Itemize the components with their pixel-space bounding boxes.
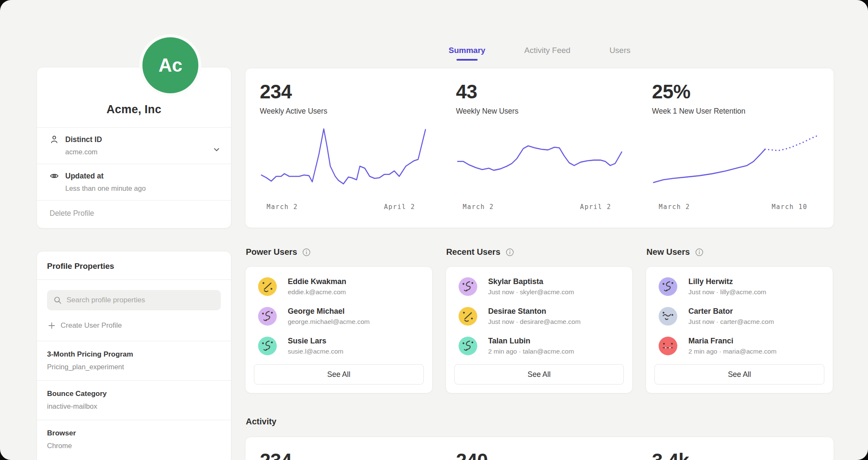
active-tab-underline xyxy=(456,59,478,61)
search-box xyxy=(47,290,221,310)
weekly-active-users-chart xyxy=(260,127,427,199)
new-users-card: Lilly Herwitz Just now · lilly@acme.com … xyxy=(645,266,833,393)
user-detail: Just now · skyler@acme.com xyxy=(488,288,574,296)
avatar xyxy=(258,337,277,355)
see-all-button[interactable]: See All xyxy=(654,364,824,385)
recent-users-title: Recent Users xyxy=(446,247,501,257)
user-name: Talan Lubin xyxy=(488,337,574,346)
user-lists-row: Power Users Eddie Kwakman eddie.k@acme.c… xyxy=(245,247,833,393)
list-item[interactable]: Eddie Kwakman eddie.k@acme.com xyxy=(254,272,424,301)
user-name: Susie Lars xyxy=(288,337,343,346)
user-detail: Just now · desirare@acme.com xyxy=(488,318,581,326)
see-all-button[interactable]: See All xyxy=(254,364,424,385)
list-item[interactable]: Skylar Baptista Just now · skyler@acme.c… xyxy=(454,272,624,301)
recent-users-section: Recent Users Skylar Baptista Just now · … xyxy=(445,247,633,393)
property-value: Pricing_plan_experiment xyxy=(47,363,221,371)
avatar xyxy=(659,337,677,355)
user-detail: 2 min ago · maria@acme.com xyxy=(688,348,776,355)
property-row: Bounce Category inactive-mailbox xyxy=(37,380,231,420)
activity-stat-value: 234 xyxy=(260,449,427,460)
user-detail: Just now · lilly@acme.com xyxy=(688,288,766,296)
eye-icon xyxy=(50,171,59,181)
list-item[interactable]: George Michael george.michael@acme.com xyxy=(254,301,424,331)
field-value: Less than one minute ago xyxy=(65,184,220,192)
stat-weekly-new-users: 43 Weekly New Users March 2 April 2 xyxy=(442,68,638,228)
activity-stat-value: 240 xyxy=(456,449,623,460)
list-item[interactable]: Desirae Stanton Just now · desirare@acme… xyxy=(454,301,624,331)
list-item[interactable]: Susie Lars susie.l@acme.com xyxy=(254,331,424,361)
x-tick-left: March 2 xyxy=(659,203,690,211)
distinct-id-row[interactable]: Distinct ID acme.com xyxy=(37,127,231,164)
x-tick-right: March 10 xyxy=(772,203,807,211)
see-all-button[interactable]: See All xyxy=(454,364,624,385)
field-label: Updated at xyxy=(65,172,103,181)
org-name: Acme, Inc xyxy=(37,67,231,127)
user-name: Skylar Baptista xyxy=(488,277,574,286)
user-detail: Just now · carter@acme.com xyxy=(688,318,774,326)
info-icon[interactable] xyxy=(302,248,311,256)
stat-value: 43 xyxy=(456,80,623,103)
stat-value: 25% xyxy=(652,80,819,103)
user-detail: george.michael@acme.com xyxy=(288,318,370,326)
new-users-section: New Users Lilly Herwitz Just now · lilly… xyxy=(645,247,833,393)
list-item[interactable]: Lilly Herwitz Just now · lilly@acme.com xyxy=(654,272,824,301)
user-name: George Michael xyxy=(288,307,370,316)
create-user-profile-button[interactable]: Create User Profile xyxy=(37,310,231,341)
user-name: Maria Franci xyxy=(688,337,776,346)
stat-label: Weekly Active Users xyxy=(260,107,427,116)
power-users-card: Eddie Kwakman eddie.k@acme.com George Mi… xyxy=(245,266,433,393)
info-icon[interactable] xyxy=(695,248,704,256)
summary-stats-card: 234 Weekly Active Users March 2 April 2 … xyxy=(245,68,834,228)
power-users-title: Power Users xyxy=(246,247,297,257)
plus-icon xyxy=(48,322,56,329)
create-user-profile-label: Create User Profile xyxy=(61,321,122,330)
user-name: Carter Bator xyxy=(688,307,774,316)
delete-profile-button[interactable]: Delete Profile xyxy=(37,200,231,228)
avatar xyxy=(459,307,477,326)
field-value: acme.com xyxy=(65,148,220,156)
updated-at-row: Updated at Less than one minute ago xyxy=(37,164,231,200)
stat-label: Week 1 New User Retention xyxy=(652,107,819,116)
avatar xyxy=(459,277,477,296)
tab-summary[interactable]: Summary xyxy=(449,46,486,61)
property-value: inactive-mailbox xyxy=(47,402,221,410)
user-name: Lilly Herwitz xyxy=(688,277,766,286)
profile-properties-title: Profile Properties xyxy=(37,251,231,279)
property-name: 3-Month Pricing Program xyxy=(47,350,221,359)
org-avatar: Ac xyxy=(142,37,198,93)
user-detail: 2 min ago · talan@acme.com xyxy=(488,348,574,355)
chevron-down-icon[interactable] xyxy=(212,145,221,154)
property-row: 3-Month Pricing Program Pricing_plan_exp… xyxy=(37,341,231,380)
person-icon xyxy=(50,135,59,144)
list-item[interactable]: Carter Bator Just now · carter@acme.com xyxy=(654,301,824,331)
x-tick-right: April 2 xyxy=(384,203,415,211)
info-icon[interactable] xyxy=(506,248,514,256)
week1-retention-chart xyxy=(652,127,819,199)
list-item[interactable]: Talan Lubin 2 min ago · talan@acme.com xyxy=(454,331,624,361)
activity-stat-value: 3.4k xyxy=(652,449,819,460)
avatar xyxy=(659,307,677,326)
user-detail: eddie.k@acme.com xyxy=(288,288,346,296)
stat-week1-retention: 25% Week 1 New User Retention March 2 Ma… xyxy=(637,68,834,228)
field-label: Distinct ID xyxy=(65,135,102,144)
x-tick-left: March 2 xyxy=(463,203,494,211)
avatar xyxy=(459,337,477,355)
x-tick-left: March 2 xyxy=(267,203,298,211)
main-content: Summary Activity Feed Users 234 Weekly A… xyxy=(245,0,834,460)
avatar xyxy=(258,307,277,326)
list-item[interactable]: Maria Franci 2 min ago · maria@acme.com xyxy=(654,331,824,361)
activity-title: Activity xyxy=(246,417,276,427)
user-name: Desirae Stanton xyxy=(488,307,581,316)
tab-activity-feed[interactable]: Activity Feed xyxy=(524,46,570,61)
user-detail: susie.l@acme.com xyxy=(288,348,343,355)
tab-users[interactable]: Users xyxy=(609,46,631,61)
avatar xyxy=(659,277,677,296)
weekly-new-users-chart xyxy=(456,127,623,199)
avatar xyxy=(258,277,277,296)
property-value: Chrome xyxy=(47,442,221,450)
new-users-title: New Users xyxy=(646,247,690,257)
profile-sidebar: Ac Acme, Inc Distinct ID acme.com xyxy=(36,0,231,460)
activity-card: 234 240 3.4k xyxy=(245,437,834,460)
search-icon xyxy=(53,296,62,304)
search-profile-properties-input[interactable] xyxy=(47,290,221,310)
